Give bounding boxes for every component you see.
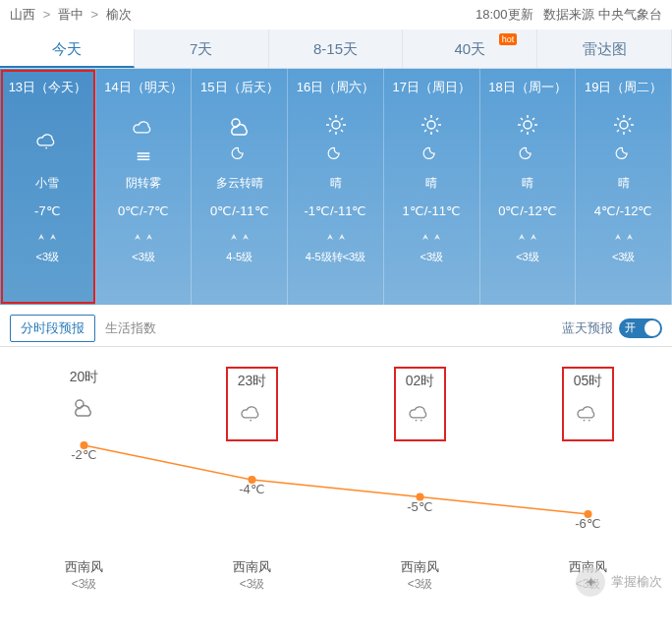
hour-wind-dir: 西南风: [336, 558, 504, 576]
day-date: 19日（周二）: [585, 79, 662, 96]
day-temp: 0℃/-12℃: [498, 203, 557, 218]
hour-box: 02时: [394, 367, 447, 441]
hour-wind-dir: 西南风: [0, 558, 168, 576]
hour-wind-dir: 西南风: [168, 558, 336, 576]
day-temp: 0℃/-11℃: [210, 203, 269, 218]
toggle-label: 开: [625, 320, 636, 335]
watermark-icon: ✦: [576, 567, 605, 597]
day-temp: 0℃/-7℃: [118, 203, 169, 218]
weather-icon: [610, 108, 638, 167]
main-tabs: 今天 7天 8-15天 40天 hot 雷达图: [0, 29, 672, 69]
weather-icon: [33, 108, 61, 167]
day-temp: -7℃: [34, 203, 61, 218]
hour-box: 23时: [226, 367, 279, 441]
weather-icon: [514, 108, 541, 167]
day-desc: 晴: [425, 175, 437, 192]
hour-col-0: 20时-2℃西南风<3级: [0, 367, 168, 603]
hour-weather-icon: [70, 392, 99, 422]
day-temp: 4℃/-12℃: [594, 203, 653, 218]
day-col-6[interactable]: 19日（周二）晴4℃/-12℃<3级: [576, 69, 672, 305]
day-date: 13日（今天）: [9, 79, 86, 96]
hour-weather-icon: [574, 396, 603, 426]
day-wind-level: <3级: [420, 250, 443, 264]
hour-wind-level: <3级: [168, 576, 336, 593]
days-row: 13日（今天）小雪-7℃<3级14日（明天）阴转雾0℃/-7℃<3级15日（后天…: [0, 69, 672, 305]
day-desc: 阴转雾: [126, 175, 161, 192]
weather-icon: [322, 108, 350, 167]
day-date: 15日（后天）: [200, 79, 278, 96]
hour-box: 20时: [64, 367, 105, 430]
toggle-knob: [644, 320, 660, 336]
day-temp: 1℃/-11℃: [402, 203, 461, 218]
wind-arrows-icon: [420, 232, 442, 242]
day-desc: 晴: [330, 175, 342, 192]
hour-col-1: 23时-4℃西南风<3级: [168, 367, 336, 603]
hour-wind-level: <3级: [0, 576, 168, 593]
wind-arrows-icon: [517, 232, 538, 242]
hour-col-2: 02时-5℃西南风<3级: [336, 367, 504, 603]
day-date: 18日（周一）: [488, 79, 566, 96]
weather-icon: [226, 108, 253, 167]
weather-icon: [130, 108, 157, 167]
tab-40day-label: 40天: [454, 40, 485, 57]
wind-arrows-icon: [133, 232, 154, 242]
wind-arrows-icon: [229, 232, 251, 242]
bc-lvl1[interactable]: 山西: [10, 7, 35, 22]
day-desc: 晴: [522, 175, 533, 192]
day-col-0[interactable]: 13日（今天）小雪-7℃<3级: [0, 69, 96, 305]
update-time: 18:00更新: [476, 7, 533, 22]
day-col-3[interactable]: 16日（周六）晴-1℃/-11℃4-5级转<3级: [288, 69, 384, 305]
weather-icon: [418, 108, 445, 167]
day-col-4[interactable]: 17日（周日）晴1℃/-11℃<3级: [384, 69, 480, 305]
day-desc: 小雪: [35, 175, 59, 192]
hot-badge: hot: [499, 33, 518, 45]
wind-arrows-icon: [613, 232, 635, 242]
hour-temp: -6℃: [504, 516, 672, 531]
day-col-2[interactable]: 15日（后天）多云转晴0℃/-11℃4-5级: [192, 69, 288, 305]
hour-time: 05时: [574, 373, 603, 390]
hour-temp: -4℃: [168, 482, 336, 496]
hour-temp: -5℃: [336, 499, 504, 514]
day-date: 17日（周日）: [393, 79, 471, 96]
subtab-hourly[interactable]: 分时段预报: [10, 315, 95, 342]
sub-tabs: 分时段预报 生活指数 蓝天预报 开: [0, 305, 672, 347]
hour-temp: -2℃: [0, 447, 168, 462]
hour-box: 05时: [562, 367, 615, 441]
day-date: 14日（明天）: [104, 79, 182, 96]
day-temp: -1℃/-11℃: [305, 203, 367, 218]
subtab-life[interactable]: 生活指数: [95, 316, 166, 341]
hour-weather-icon: [238, 396, 267, 426]
bluesky-toggle[interactable]: 开: [619, 318, 662, 338]
watermark: ✦ 掌握榆次: [576, 567, 662, 597]
bc-sep: >: [90, 7, 98, 22]
tab-today[interactable]: 今天: [0, 29, 135, 68]
day-wind-level: <3级: [36, 250, 60, 264]
wind-arrows-icon: [36, 232, 58, 242]
bc-lvl3[interactable]: 榆次: [106, 7, 132, 22]
day-wind-level: <3级: [516, 250, 539, 264]
bc-sep: >: [43, 7, 51, 22]
hour-time: 23时: [238, 373, 267, 390]
day-col-1[interactable]: 14日（明天）阴转雾0℃/-7℃<3级: [96, 69, 193, 305]
hourly-forecast: 20时-2℃西南风<3级23时-4℃西南风<3级02时-5℃西南风<3级05时-…: [0, 347, 672, 603]
day-wind-level: <3级: [132, 250, 155, 264]
tab-8-15day[interactable]: 8-15天: [269, 29, 404, 68]
breadcrumb: 山西 > 晋中 > 榆次: [10, 6, 132, 24]
day-date: 16日（周六）: [297, 79, 374, 96]
update-info: 18:00更新 数据来源 中央气象台: [476, 6, 662, 24]
bluesky-label: 蓝天预报: [562, 319, 613, 337]
bluesky-forecast: 蓝天预报 开: [562, 318, 662, 338]
day-desc: 晴: [618, 175, 630, 192]
day-wind-level: 4-5级: [226, 250, 252, 264]
update-source: 数据来源 中央气象台: [543, 7, 662, 22]
hour-wind-level: <3级: [336, 576, 504, 593]
day-wind-level: 4-5级转<3级: [306, 250, 365, 264]
hour-weather-icon: [406, 396, 435, 426]
header-row: 山西 > 晋中 > 榆次 18:00更新 数据来源 中央气象台: [0, 0, 672, 29]
tab-7day[interactable]: 7天: [135, 29, 269, 68]
tab-radar[interactable]: 雷达图: [537, 29, 672, 68]
bc-lvl2[interactable]: 晋中: [58, 7, 84, 22]
wind-arrows-icon: [325, 232, 347, 242]
day-col-5[interactable]: 18日（周一）晴0℃/-12℃<3级: [480, 69, 577, 305]
tab-40day[interactable]: 40天 hot: [403, 29, 537, 68]
